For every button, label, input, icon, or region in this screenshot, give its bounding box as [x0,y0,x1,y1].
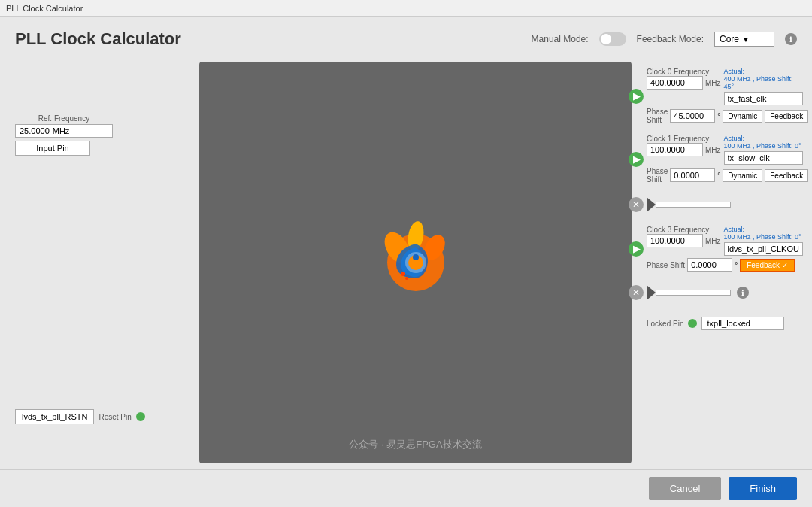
main-container: PLL Clock Calculator Manual Mode: Feedba… [0,17,812,507]
footer-bar: Cancel Finish [0,469,812,507]
clock-0-freq-unit: MHz [705,79,721,87]
cancel-button[interactable]: Cancel [649,477,721,500]
header-bar: PLL Clock Calculator Manual Mode: Feedba… [0,17,812,62]
clock-1-phase-input[interactable] [670,168,715,182]
title-bar: PLL Clock Calculator [0,0,812,17]
pass-thru-2-connector: ✕ [629,197,644,212]
svg-point-8 [405,277,408,280]
clock-1-actual-info: Actual: [724,135,803,142]
locked-pin-input[interactable] [701,317,784,330]
clock-3-connector: ▶ [629,241,644,257]
clock-3-phase-row: Phase Shift ° Feedback ✓ [647,258,804,272]
clock-0-name-area: Actual: 400 MHz , Phase Shift: 45° [724,68,804,105]
degree-symbol-1: ° [717,172,720,180]
logo-svg [374,221,457,304]
left-panel: Ref. Frequency 25.0000 MHz Input Pin lvd… [15,62,199,469]
feedback-mode-label: Feedback Mode: [637,34,704,44]
clock-0-phase-row: Phase Shift ° Dynamic Feedback [647,108,804,124]
finish-button[interactable]: Finish [729,477,797,500]
clock-1-connector: ▶ [629,152,644,167]
clock-0-phase-input[interactable] [670,109,715,123]
info-icon[interactable]: ℹ [785,33,797,45]
clock-3-phase-label: Phase Shift [647,261,685,269]
clock-1-freq-label: Clock 1 Frequency [647,135,721,143]
clock-0-green-arrow: ▶ [629,89,644,104]
title-bar-text: PLL Clock Calculator [6,4,83,13]
ref-freq-value: 25.0000 [20,126,50,135]
clock-3-freq-unit: MHz [705,237,721,245]
clock-3-phase-input[interactable] [687,258,732,272]
pass-thru-2-output [656,202,731,208]
clock-3-block: ▶ Clock 3 Frequency MHz Actual: 100 MHz … [635,223,804,275]
reset-green-dot [136,412,145,421]
clock-1-name-area: Actual: 100 MHz , Phase Shift: 0° [724,135,803,165]
pass-thru-2-block: ✕ [635,191,804,218]
clock-3-green-arrow: ▶ [629,241,644,257]
clock-0-name-input[interactable] [724,92,803,105]
clock-3-actual-value: 100 MHz , Phase Shift: 0° [724,233,803,241]
clock-1-green-arrow: ▶ [629,152,644,167]
clock-0-feedback-button[interactable]: Feedback [765,110,808,123]
degree-symbol-0: ° [717,112,720,120]
clock-0-actual-value: 400 MHz , Phase Shift: 45° [724,75,804,90]
clock-0-freq-label: Clock 0 Frequency [647,68,721,76]
clock-0-freq-input[interactable] [647,76,703,90]
input-pin-button[interactable]: Input Pin [15,141,90,156]
degree-symbol-3: ° [735,261,738,269]
clock-1-feedback-button[interactable]: Feedback [765,169,808,182]
clock-0-top-row: Clock 0 Frequency MHz Actual: 400 MHz , … [647,68,804,105]
locked-pin-label: Locked Pin [647,320,683,328]
feedback-mode-value: Core [720,34,739,44]
clock-3-freq-area: Clock 3 Frequency MHz [647,226,721,247]
clock-3-freq-label: Clock 3 Frequency [647,226,721,234]
clock-3-top-row: Clock 3 Frequency MHz Actual: 100 MHz , … [647,226,804,256]
manual-mode-toggle[interactable] [599,32,626,46]
clock-0-dynamic-button[interactable]: Dynamic [723,110,762,123]
clock-1-phase-label: Phase Shift [647,167,668,184]
clock-3-feedback-button[interactable]: Feedback ✓ [740,259,795,272]
locked-green-dot [688,319,697,328]
clock-3-name-area: Actual: 100 MHz , Phase Shift: 0° [724,226,803,256]
pass-thru-4-block: ✕ ℹ [635,279,804,306]
pass-thru-2-arrow-icon [647,197,656,212]
clock-1-dynamic-button[interactable]: Dynamic [723,169,762,182]
clock-1-actual-value: 100 MHz , Phase Shift: 0° [724,142,803,150]
clock-0-block: ▶ Clock 0 Frequency MHz Actual: 400 MHz … [635,65,804,127]
header-controls: Manual Mode: Feedback Mode: Core ▼ ℹ [532,32,797,47]
pass-thru-4-arrow-icon [647,285,656,300]
clock-0-freq-area: Clock 0 Frequency MHz [647,68,721,90]
pass-thru-4-info-icon[interactable]: ℹ [737,287,749,299]
manual-mode-label: Manual Mode: [532,34,589,44]
clock-1-freq-area: Clock 1 Frequency MHz [647,135,721,156]
workspace: Ref. Frequency 25.0000 MHz Input Pin lvd… [0,62,812,469]
reset-pin-label: Reset Pin [98,413,131,421]
clock-3-actual-info: Actual: [724,226,803,233]
ref-freq-unit: MHz [53,126,70,135]
clock-0-actual-info: Actual: [724,68,804,75]
clock-0-connector: ▶ [629,89,644,104]
chevron-down-icon: ▼ [742,35,750,44]
ref-freq-label: Ref. Frequency [15,114,113,123]
clock-1-block: ▶ Clock 1 Frequency MHz Actual: 100 MHz … [635,132,804,187]
clock-1-freq-input[interactable] [647,143,703,156]
center-canvas: 公众号 · 易灵思FPGA技术交流 [199,62,632,463]
ref-freq-display: 25.0000 MHz [15,124,113,138]
reset-pin-area: lvds_tx_pll_RSTN Reset Pin [15,409,145,424]
input-pin-area: Ref. Frequency 25.0000 MHz Input Pin [15,114,113,156]
pass-thru-4-gray-x: ✕ [629,285,644,300]
right-panel: ▶ Clock 0 Frequency MHz Actual: 400 MHz … [632,62,804,469]
clock-3-freq-input[interactable] [647,234,703,247]
svg-point-6 [413,254,419,260]
clock-1-freq-unit: MHz [705,146,721,154]
clock-0-phase-label: Phase Shift [647,108,668,124]
reset-pin-box[interactable]: lvds_tx_pll_RSTN [15,409,94,424]
clock-1-name-input[interactable] [724,151,803,165]
pass-thru-2-gray-x: ✕ [629,197,644,212]
svg-point-7 [401,272,405,276]
clock-1-top-row: Clock 1 Frequency MHz Actual: 100 MHz , … [647,135,804,165]
clock-3-name-input[interactable] [724,242,803,256]
app-title: PLL Clock Calculator [15,29,181,49]
watermark: 公众号 · 易灵思FPGA技术交流 [349,438,481,451]
clock-1-phase-row: Phase Shift ° Dynamic Feedback [647,167,804,184]
feedback-mode-select[interactable]: Core ▼ [714,32,774,47]
